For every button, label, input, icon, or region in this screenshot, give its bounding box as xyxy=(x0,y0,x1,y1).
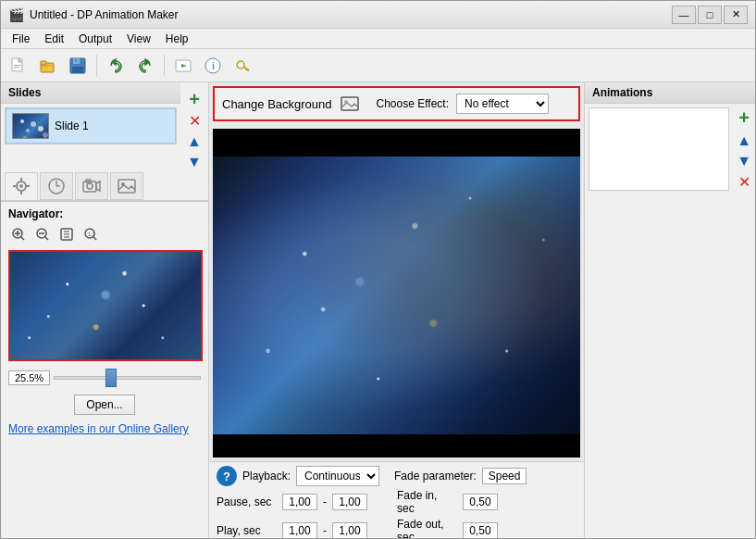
menu-file[interactable]: File xyxy=(5,31,37,47)
slides-label: Slides xyxy=(8,86,41,99)
animations-body: + ▲ ▼ ✕ xyxy=(585,104,755,194)
pause-label: Pause, sec xyxy=(217,495,277,508)
animations-label: Animations xyxy=(592,86,652,99)
redo-button[interactable] xyxy=(131,53,159,79)
help-button[interactable]: ? xyxy=(217,466,237,486)
menu-view[interactable]: View xyxy=(119,31,158,47)
gallery-link[interactable]: More examples in our Online Gallery xyxy=(5,419,204,439)
effect-select[interactable]: No effect Fade Zoom Slide xyxy=(456,94,549,114)
slides-list[interactable]: Slide 1 xyxy=(5,107,177,144)
slide-item-1[interactable]: Slide 1 xyxy=(6,108,176,144)
svg-text:i: i xyxy=(212,60,215,71)
close-button[interactable]: ✕ xyxy=(724,6,748,24)
left-panel: Slides Slide 1 + ✕ ▲ ▼ xyxy=(1,82,209,539)
tab-image[interactable] xyxy=(110,172,143,200)
fade-in-input[interactable] xyxy=(463,494,498,510)
animations-list[interactable] xyxy=(589,107,729,191)
add-slide-button[interactable]: + xyxy=(189,90,200,108)
remove-animation-button[interactable]: ✕ xyxy=(738,173,750,191)
fade-out-input[interactable] xyxy=(463,522,498,539)
undo-button[interactable] xyxy=(102,53,130,79)
slide-up-button[interactable]: ▲ xyxy=(187,134,202,149)
title-bar-controls: — □ ✕ xyxy=(672,6,748,24)
svg-marker-31 xyxy=(96,182,100,191)
playback-label: Playback: xyxy=(242,470,291,483)
choose-effect-label: Choose Effect: xyxy=(377,97,450,110)
svg-rect-8 xyxy=(75,58,77,62)
svg-rect-2 xyxy=(14,65,21,66)
bg-toolbar: Change Background Choose Effect: No effe… xyxy=(213,86,580,121)
zoom-slider-thumb[interactable] xyxy=(105,369,117,387)
svg-rect-3 xyxy=(14,67,19,68)
center-panel: Change Background Choose Effect: No effe… xyxy=(209,82,584,539)
menu-output[interactable]: Output xyxy=(71,31,119,47)
navigator-preview xyxy=(8,250,203,361)
change-bg-icon[interactable] xyxy=(340,94,360,114)
open-file-button[interactable]: Open... xyxy=(74,395,134,415)
menu-edit[interactable]: Edit xyxy=(37,31,71,47)
window-title: Untitled - DP Animation Maker xyxy=(30,8,179,21)
zoom-row: 25.5% xyxy=(5,365,204,391)
menu-help[interactable]: Help xyxy=(158,31,196,47)
navigator-label: Navigator: xyxy=(8,207,63,220)
svg-line-47 xyxy=(93,237,97,241)
pause-input-1[interactable] xyxy=(282,494,317,510)
toolbar-sep1 xyxy=(96,55,97,77)
toolbar: i xyxy=(1,49,755,82)
fade-param-label: Fade parameter: xyxy=(394,470,477,483)
svg-rect-5 xyxy=(41,61,46,65)
slides-section: Slides Slide 1 + ✕ ▲ ▼ xyxy=(1,82,208,169)
tab-timeline[interactable] xyxy=(40,172,73,200)
animations-header: Animations xyxy=(585,82,755,104)
svg-line-40 xyxy=(45,237,49,241)
slides-side-buttons: + ✕ ▲ ▼ xyxy=(180,82,208,169)
publish-button[interactable] xyxy=(169,53,197,79)
svg-point-30 xyxy=(87,183,93,189)
canvas-image xyxy=(213,157,580,434)
title-bar-left: 🎬 Untitled - DP Animation Maker xyxy=(8,7,179,22)
slide-down-button[interactable]: ▼ xyxy=(187,155,202,169)
maximize-button[interactable]: □ xyxy=(698,6,722,24)
zoom-in-button[interactable] xyxy=(8,224,29,244)
play-input-1[interactable] xyxy=(282,522,317,539)
nav-toolbar: 1:1 xyxy=(5,222,204,246)
svg-line-36 xyxy=(21,237,25,241)
svg-point-21 xyxy=(19,184,23,188)
bottom-panel: ? Playback: Continuous Once Loop Fade pa… xyxy=(209,461,584,539)
svg-rect-9 xyxy=(72,67,83,73)
animation-up-button[interactable]: ▲ xyxy=(737,132,751,149)
zoom-value: 25.5% xyxy=(8,370,50,385)
fade-in-label: Fade in, sec xyxy=(397,489,457,515)
new-button[interactable] xyxy=(5,53,32,79)
play-label: Play, sec xyxy=(217,524,277,537)
add-animation-button[interactable]: + xyxy=(738,107,750,129)
info-button[interactable]: i xyxy=(199,53,227,79)
open-button[interactable] xyxy=(34,53,62,79)
play-input-2[interactable] xyxy=(332,522,367,539)
actual-size-button[interactable]: 1:1 xyxy=(81,224,101,244)
change-bg-label: Change Background xyxy=(222,97,332,111)
svg-rect-49 xyxy=(341,97,358,110)
slides-header: Slides xyxy=(1,82,180,104)
menu-bar: File Edit Output View Help xyxy=(1,29,755,49)
remove-slide-button[interactable]: ✕ xyxy=(189,114,201,129)
navigator-section: Navigator: 1:1 25.5% xyxy=(1,201,208,443)
tab-camera[interactable] xyxy=(75,172,108,200)
slides-main: Slides Slide 1 xyxy=(1,82,180,169)
pause-sep: - xyxy=(323,495,327,508)
animation-down-button[interactable]: ▼ xyxy=(737,153,751,169)
black-bar-bottom xyxy=(213,434,580,458)
icon-tabs xyxy=(1,169,208,201)
zoom-out-button[interactable] xyxy=(32,224,53,244)
pause-input-2[interactable] xyxy=(332,494,367,510)
zoom-slider-container[interactable] xyxy=(54,369,201,387)
minimize-button[interactable]: — xyxy=(672,6,696,24)
key-button[interactable] xyxy=(229,53,256,79)
playback-row: ? Playback: Continuous Once Loop Fade pa… xyxy=(217,466,576,486)
toolbar-sep2 xyxy=(164,55,165,77)
playback-select[interactable]: Continuous Once Loop xyxy=(296,466,379,486)
save-button[interactable] xyxy=(64,53,92,79)
fit-button[interactable] xyxy=(56,224,77,244)
app-icon: 🎬 xyxy=(8,7,24,22)
tab-properties[interactable] xyxy=(5,172,38,200)
